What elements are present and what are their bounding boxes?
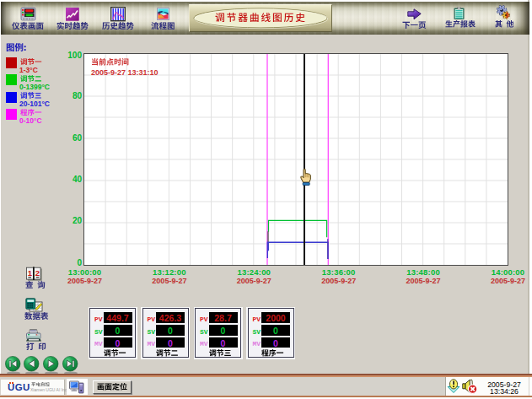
svg-text:2: 2 [35,268,40,278]
svg-text:1: 1 [28,268,33,278]
